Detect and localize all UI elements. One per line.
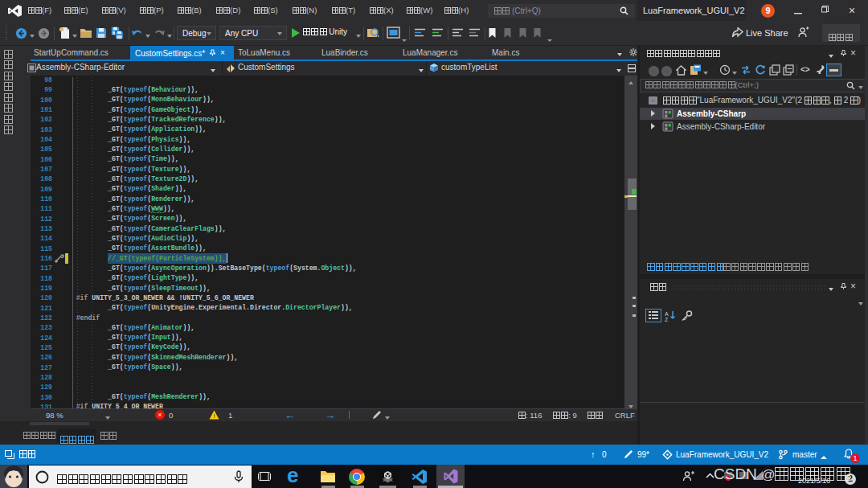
svg-text:∞: ∞: [650, 96, 655, 105]
svg-text:!: !: [213, 412, 215, 420]
svg-text:Z: Z: [665, 317, 669, 322]
svg-text:A: A: [665, 311, 669, 317]
